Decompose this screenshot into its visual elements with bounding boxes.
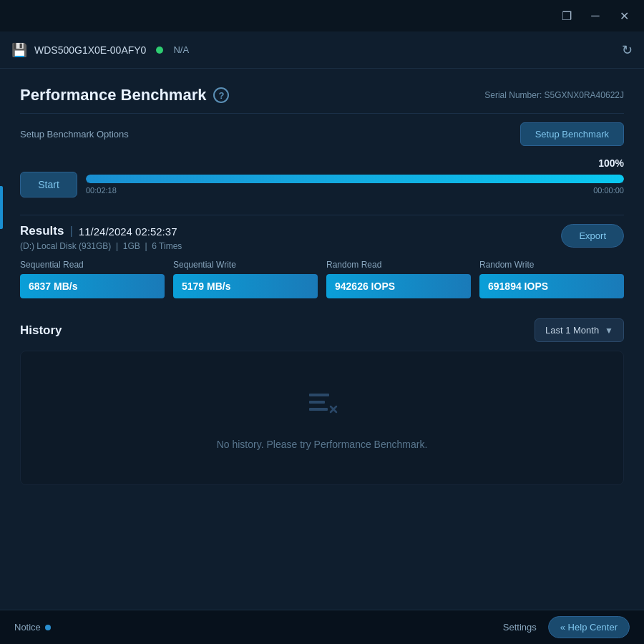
accent-bar [0,186,3,229]
start-button[interactable]: Start [20,172,77,197]
metric-label-1: Sequential Write [173,260,318,270]
main-content: Performance Benchmark ? Serial Number: S… [0,69,644,610]
header-divider [20,113,624,114]
metric-label-0: Sequential Read [20,260,165,270]
history-header: History Last 1 Month ▼ [20,318,624,342]
svg-rect-2 [309,408,328,411]
history-title: History [20,323,62,338]
results-meta: (D:) Local Disk (931GB) | 1GB | 6 Times [20,241,182,251]
metric-bar-0: 6837 MB/s [20,274,165,298]
metric-value-2: 942626 IOPS [335,280,395,292]
device-name: WDS500G1X0E-00AFY0 [34,44,146,56]
notice-dot [45,625,51,630]
chevron-down-icon: ▼ [605,326,613,336]
device-status: N/A [173,44,189,55]
elapsed-time: 00:02:18 [86,186,117,195]
empty-chart-icon [305,386,339,427]
footer-right: Settings « Help Center [503,616,630,638]
results-times: 6 Times [152,241,182,251]
footer: Notice Settings « Help Center [0,610,644,644]
minimize-button[interactable]: ─ [584,4,607,27]
footer-left: Notice [14,622,51,633]
setup-options-label: Setup Benchmark Options [20,129,129,140]
notice-label: Notice [14,622,41,633]
history-chart: No history. Please try Performance Bench… [20,351,624,485]
remaining-time: 00:00:00 [593,186,624,195]
progress-percent: 100% [598,157,624,169]
metric-card-1: Sequential Write 5179 MB/s [173,260,318,298]
results-divider [20,215,624,215]
metric-bar-3: 691894 IOPS [479,274,624,298]
history-period-label: Last 1 Month [545,325,599,336]
results-separator: | [69,224,72,238]
page-title: Performance Benchmark [20,86,206,104]
serial-number: Serial Number: S5GXNX0RA40622J [484,90,624,100]
results-disk: (D:) Local Disk (931GB) [20,241,111,251]
metric-label-2: Random Read [326,260,471,270]
metric-bar-2: 942626 IOPS [326,274,471,298]
results-title-row: Results | 11/24/2024 02:52:37 [20,224,182,238]
setup-row: Setup Benchmark Options Setup Benchmark [20,122,624,146]
progress-bar-track [86,175,624,183]
titlebar: ❐ ─ ✕ [0,0,644,31]
results-size: 1GB [123,241,140,251]
setup-benchmark-button[interactable]: Setup Benchmark [520,122,624,146]
settings-link[interactable]: Settings [503,622,537,633]
help-icon[interactable]: ? [213,87,229,103]
device-bar: 💾 WDS500G1X0E-00AFY0 N/A ↻ [0,31,644,69]
svg-rect-0 [309,394,329,396]
metric-value-1: 5179 MB/s [182,280,230,292]
metric-value-0: 6837 MB/s [29,280,77,292]
progress-bar-container: 00:02:18 00:00:00 [86,175,624,195]
history-period-dropdown[interactable]: Last 1 Month ▼ [535,318,624,342]
no-history-text: No history. Please try Performance Bench… [217,439,428,450]
progress-row: Start 00:02:18 00:00:00 [20,172,624,197]
results-left: Results | 11/24/2024 02:52:37 (D:) Local… [20,224,182,251]
close-button[interactable]: ✕ [613,4,635,27]
metric-card-3: Random Write 691894 IOPS [479,260,624,298]
svg-rect-1 [309,401,325,404]
metrics-grid: Sequential Read 6837 MB/s Sequential Wri… [20,260,624,298]
results-label: Results [20,224,64,238]
progress-bar-fill [86,175,624,183]
status-dot [156,47,163,54]
export-button[interactable]: Export [561,224,624,248]
progress-section: 100% Start 00:02:18 00:00:00 [20,157,624,197]
metric-card-0: Sequential Read 6837 MB/s [20,260,165,298]
results-header: Results | 11/24/2024 02:52:37 (D:) Local… [20,224,624,251]
page-header: Performance Benchmark ? Serial Number: S… [20,86,624,104]
metric-label-3: Random Write [479,260,624,270]
refresh-button[interactable]: ↻ [622,42,633,58]
metric-card-2: Random Read 942626 IOPS [326,260,471,298]
page-title-row: Performance Benchmark ? [20,86,229,104]
metric-bar-1: 5179 MB/s [173,274,318,298]
restore-button[interactable]: ❐ [555,4,578,27]
help-center-button[interactable]: « Help Center [548,616,630,638]
device-icon: 💾 [11,42,27,58]
results-datetime: 11/24/2024 02:52:37 [79,225,177,238]
progress-top: 100% [20,157,624,169]
metric-value-3: 691894 IOPS [488,280,548,292]
progress-times: 00:02:18 00:00:00 [86,186,624,195]
